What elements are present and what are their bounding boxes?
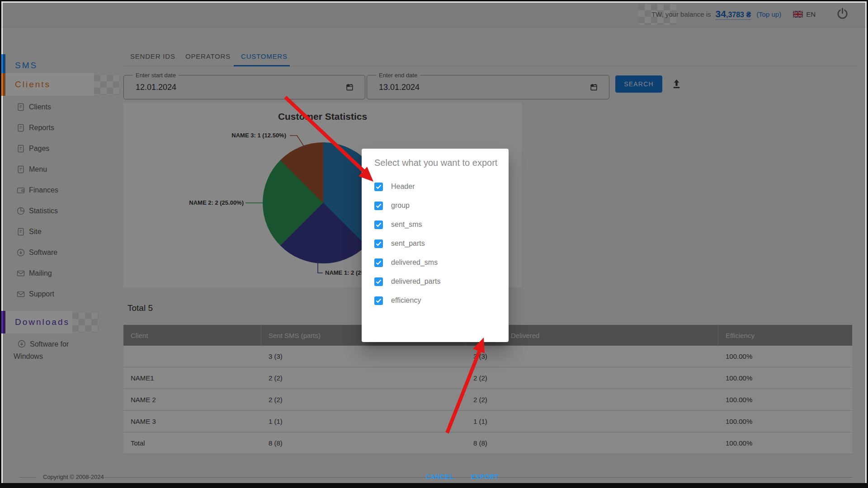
checkbox-checked-icon[interactable] <box>374 183 383 191</box>
screenshot-frame <box>1 483 867 487</box>
option-header[interactable]: Header <box>374 177 415 196</box>
app-window: TW, your balance is 34,3783 ₴ (Top up) E… <box>0 0 868 488</box>
option-label: group <box>391 202 410 210</box>
option-label: efficiency <box>391 296 421 305</box>
option-efficiency[interactable]: efficiency <box>374 291 421 310</box>
option-label: delivered_sms <box>391 258 438 267</box>
checkbox-checked-icon[interactable] <box>374 296 383 305</box>
dialog-title: Select what you want to export <box>374 158 497 168</box>
option-delivered-parts[interactable]: delivered_parts <box>374 272 440 291</box>
option-label: Header <box>391 183 415 191</box>
option-label: sent_sms <box>391 221 422 229</box>
checkbox-checked-icon[interactable] <box>374 239 383 248</box>
option-delivered-sms[interactable]: delivered_sms <box>374 253 438 272</box>
checkbox-checked-icon[interactable] <box>374 277 383 286</box>
option-label: delivered_parts <box>391 277 440 286</box>
checkbox-checked-icon[interactable] <box>374 258 383 267</box>
export-button[interactable]: EXPORT <box>469 470 500 483</box>
export-dialog: Select what you want to export Header gr… <box>362 149 509 342</box>
option-sent-parts[interactable]: sent_parts <box>374 234 425 253</box>
option-group[interactable]: group <box>374 196 410 215</box>
option-sent-sms[interactable]: sent_sms <box>374 215 422 234</box>
option-label: sent_parts <box>391 239 425 248</box>
checkbox-checked-icon[interactable] <box>374 221 383 229</box>
checkbox-checked-icon[interactable] <box>374 202 383 210</box>
cancel-button[interactable]: CANCEL <box>424 470 456 483</box>
